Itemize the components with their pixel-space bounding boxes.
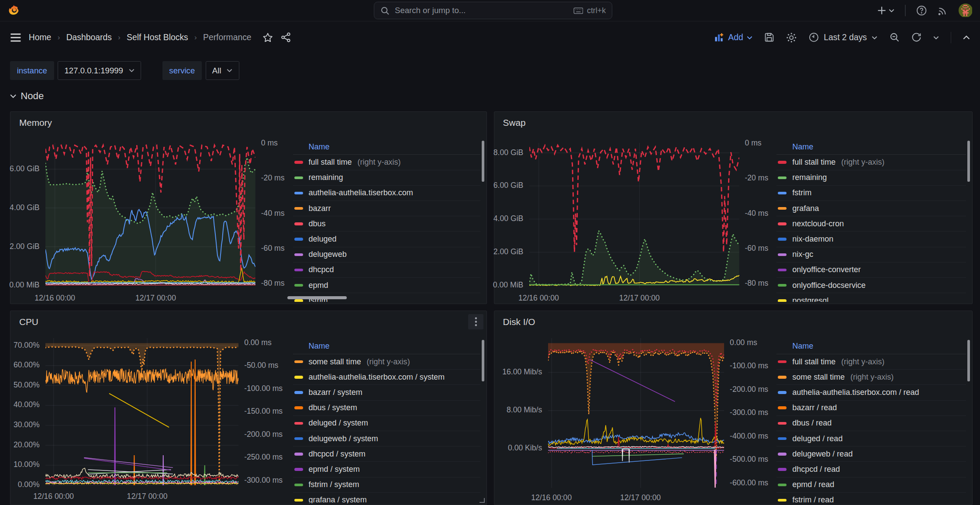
legend-item[interactable]: authelia-authelia.tiserbox.com / system	[293, 370, 480, 385]
help-icon[interactable]	[916, 5, 927, 16]
legend-header-name[interactable]: Name	[293, 339, 480, 354]
series-color-dot	[778, 176, 787, 179]
series-color-dot	[294, 406, 303, 409]
legend-item[interactable]: dhcpcd	[293, 263, 480, 278]
legend-item[interactable]: dbus / system	[293, 401, 480, 416]
variable-value-service[interactable]: All	[206, 61, 239, 80]
legend-scrollbar[interactable]	[482, 141, 484, 182]
save-icon[interactable]	[764, 32, 774, 42]
variable-label-instance[interactable]: instance	[10, 61, 54, 80]
legend-item[interactable]: full stall time (right y-axis)	[776, 354, 966, 370]
y-axis-left-tick: 4.00 GiB	[10, 203, 39, 212]
panel-title[interactable]: CPU	[19, 317, 38, 327]
legend-item-label: onlyoffice-converter	[792, 265, 861, 274]
legend-item[interactable]: postgresql	[776, 293, 966, 301]
series-cpu-yellow-diag	[109, 393, 169, 427]
legend-item[interactable]: deluged / read	[776, 431, 966, 446]
legend-header-name[interactable]: Name	[776, 139, 966, 155]
y-axis-right-tick: -150.00 ms	[244, 407, 283, 416]
legend-item[interactable]: some stall time (right y-axis)	[776, 370, 966, 385]
chart-canvas[interactable]	[529, 143, 739, 288]
favorite-star-icon[interactable]	[262, 32, 273, 43]
legend-item[interactable]: full stall time (right y-axis)	[776, 155, 966, 170]
row-header-node[interactable]: Node	[0, 80, 980, 102]
legend-item[interactable]: full stall time (right y-axis)	[293, 155, 480, 170]
legend-item[interactable]: onlyoffice-docservice	[776, 278, 966, 293]
legend-item[interactable]: onlyoffice-converter	[776, 263, 966, 278]
legend-item[interactable]: deluged / system	[293, 416, 480, 431]
legend-item[interactable]: dhcpcd / read	[776, 462, 966, 477]
legend-item[interactable]: delugeweb	[293, 247, 480, 263]
panel-title[interactable]: Swap	[503, 118, 526, 128]
collapse-toolbar-icon[interactable]	[963, 35, 970, 40]
legend-item-label: remaining	[792, 173, 827, 182]
legend-item[interactable]: dbus	[293, 216, 480, 232]
share-icon[interactable]	[281, 32, 291, 42]
variable-value-instance[interactable]: 127.0.0.1:19999	[58, 61, 141, 80]
legend-item[interactable]: delugeweb / system	[293, 431, 480, 446]
legend-item[interactable]: bazarr / read	[776, 401, 966, 416]
panel-disk-io: Disk I/O0.00 Kib/s8.00 Mib/s16.00 Mib/s0…	[494, 311, 973, 505]
legend-item[interactable]: dhcpcd / system	[293, 446, 480, 462]
y-axis-right-tick: -200.00 ms	[244, 430, 283, 439]
legend-item[interactable]: authelia-authelia.tiserbox.com / read	[776, 385, 966, 400]
legend-item[interactable]: fstrim / system	[293, 477, 480, 493]
legend-item[interactable]: fstrim	[776, 186, 966, 201]
legend-scrollbar[interactable]	[482, 340, 484, 381]
chevron-down-icon	[10, 94, 16, 98]
menu-hamburger-icon[interactable]	[10, 33, 21, 42]
settings-gear-icon[interactable]	[786, 32, 797, 43]
legend-scrollbar[interactable]	[967, 141, 970, 182]
user-avatar[interactable]	[959, 3, 972, 17]
breadcrumb-home[interactable]: Home	[29, 33, 52, 42]
legend-item[interactable]: nextcloud-cron	[776, 216, 966, 232]
variable-label-service[interactable]: service	[162, 61, 202, 80]
panel-title[interactable]: Memory	[19, 118, 52, 128]
zoom-out-icon[interactable]	[890, 32, 900, 42]
legend-item[interactable]: deluged	[293, 232, 480, 247]
time-range-picker[interactable]: Last 2 days	[809, 32, 877, 42]
add-button[interactable]: Add	[714, 33, 752, 42]
legend-item[interactable]: epmd	[293, 278, 480, 293]
legend-item[interactable]: epmd / system	[293, 462, 480, 477]
search-input[interactable]	[395, 6, 568, 15]
refresh-interval-chevron-icon[interactable]	[933, 36, 939, 40]
news-rss-icon[interactable]	[938, 5, 948, 16]
series-color-dot	[778, 299, 787, 302]
legend-item[interactable]: bazarr	[293, 201, 480, 216]
legend-item[interactable]: bazarr / system	[293, 385, 480, 400]
panel-menu-kebab-icon[interactable]	[468, 314, 483, 329]
legend-horizontal-scrollbar[interactable]	[287, 296, 347, 299]
breadcrumb-folder[interactable]: Self Host Blocks	[127, 33, 188, 42]
legend-item[interactable]: nix-daemon	[776, 232, 966, 247]
panel-resize-handle[interactable]	[480, 498, 484, 503]
legend-item[interactable]: some stall time (right y-axis)	[293, 354, 480, 370]
legend-item[interactable]: delugeweb / read	[776, 446, 966, 462]
legend-item[interactable]: grafana	[776, 201, 966, 216]
chart-canvas[interactable]	[548, 338, 725, 488]
legend-scrollbar[interactable]	[967, 340, 970, 381]
legend-item[interactable]: remaining	[293, 170, 480, 186]
refresh-icon[interactable]	[911, 32, 921, 42]
chart-canvas[interactable]	[45, 143, 255, 288]
series-color-dot	[294, 453, 303, 455]
breadcrumb-dashboards[interactable]: Dashboards	[66, 33, 112, 42]
series-color-dot	[294, 238, 303, 240]
legend-item[interactable]: nix-gc	[776, 247, 966, 263]
legend-header-name[interactable]: Name	[776, 339, 966, 354]
legend-item[interactable]: dbus / read	[776, 416, 966, 431]
panel-title[interactable]: Disk I/O	[503, 317, 535, 327]
chart-canvas[interactable]	[45, 338, 238, 487]
grafana-logo-icon[interactable]	[7, 4, 20, 17]
legend-item-label: full stall time	[792, 357, 835, 367]
legend-item[interactable]: authelia-authelia.tiserbox.com	[293, 186, 480, 201]
series-disk-purple-diag	[590, 360, 675, 401]
legend-item[interactable]: grafana / system	[293, 493, 480, 503]
legend-header-name[interactable]: Name	[293, 139, 480, 155]
legend-item[interactable]: epmd / read	[776, 477, 966, 493]
search-bar[interactable]: ctrl+k	[374, 2, 613, 19]
legend-item[interactable]: remaining	[776, 170, 966, 186]
new-button[interactable]	[877, 6, 894, 15]
legend-item[interactable]: fstrim / read	[776, 493, 966, 503]
series-color-dot	[294, 284, 303, 287]
